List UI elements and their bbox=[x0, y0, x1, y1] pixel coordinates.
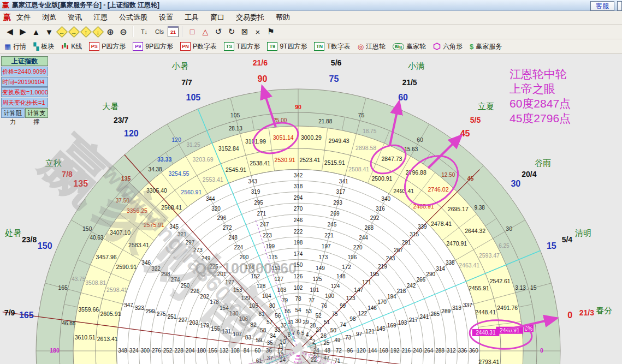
view-button-P四方形[interactable]: PSP四方形 bbox=[89, 42, 126, 51]
price-row: 价格=2440.9099 bbox=[1, 67, 48, 76]
svg-text:2560.91: 2560.91 bbox=[181, 189, 202, 195]
六角形-icon bbox=[433, 43, 441, 50]
triangle-tool-icon[interactable]: △ bbox=[199, 26, 211, 38]
svg-text:120: 120 bbox=[124, 129, 139, 138]
svg-text:336: 336 bbox=[458, 348, 467, 354]
svg-text:2598.41: 2598.41 bbox=[106, 287, 127, 293]
svg-text:220: 220 bbox=[353, 244, 363, 250]
svg-text:174: 174 bbox=[294, 251, 303, 257]
menu-item-3[interactable]: 江恩 bbox=[93, 13, 108, 22]
svg-text:60: 60 bbox=[398, 93, 408, 102]
menu-item-4[interactable]: 公式选股 bbox=[119, 13, 147, 22]
calc-support-button[interactable]: 计算支撑 bbox=[25, 108, 49, 118]
view-button-板块[interactable]: ▚板块 bbox=[33, 42, 54, 51]
view-button-六角形[interactable]: 六角形 bbox=[433, 42, 463, 51]
svg-text:21.88: 21.88 bbox=[318, 118, 332, 124]
svg-text:105: 105 bbox=[186, 93, 201, 102]
cls-button[interactable]: Cls bbox=[152, 26, 167, 38]
svg-text:194: 194 bbox=[387, 294, 396, 300]
svg-text:26: 26 bbox=[321, 333, 327, 339]
pan-left-icon[interactable]: ← bbox=[56, 26, 67, 37]
menu-item-9[interactable]: 帮助 bbox=[276, 13, 290, 22]
view-button-行情[interactable]: ▦行情 bbox=[4, 42, 26, 51]
svg-text:37: 37 bbox=[267, 355, 274, 361]
svg-text:56: 56 bbox=[275, 313, 281, 319]
svg-text:246: 246 bbox=[294, 217, 303, 223]
赢家服务-icon: $ bbox=[470, 43, 473, 51]
calc-resistance-button[interactable]: 计算阻力 bbox=[1, 108, 25, 118]
svg-text:244: 244 bbox=[359, 235, 368, 241]
svg-text:132: 132 bbox=[220, 348, 229, 354]
svg-text:343: 343 bbox=[248, 178, 257, 184]
view-button-K线[interactable]: K线 bbox=[61, 42, 82, 51]
svg-text:36: 36 bbox=[266, 348, 273, 354]
pan-right-icon[interactable]: → bbox=[68, 26, 79, 37]
svg-text:2575.91: 2575.91 bbox=[144, 222, 164, 228]
svg-text:107: 107 bbox=[233, 331, 242, 337]
svg-text:90: 90 bbox=[295, 104, 301, 110]
svg-text:3559.66: 3559.66 bbox=[78, 306, 99, 313]
nav-up-icon[interactable]: ▲ bbox=[30, 26, 42, 38]
menu-item-5[interactable]: 设置 bbox=[159, 13, 173, 22]
svg-text:288: 288 bbox=[435, 348, 445, 354]
view-button-9T四方形[interactable]: T99T四方形 bbox=[267, 42, 307, 51]
svg-text:6: 6 bbox=[297, 330, 300, 336]
P四方形-icon: PS bbox=[89, 42, 99, 51]
svg-text:128: 128 bbox=[257, 283, 266, 289]
svg-text:春分: 春分 bbox=[596, 306, 612, 315]
view-button-9P四方形[interactable]: P99P四方形 bbox=[133, 42, 173, 51]
view-button-赢家服务[interactable]: $赢家服务 bbox=[470, 42, 502, 51]
t-updown-icon[interactable]: T↓ bbox=[137, 26, 151, 38]
svg-text:2898.58: 2898.58 bbox=[356, 145, 376, 151]
svg-text:2455.91: 2455.91 bbox=[469, 285, 489, 291]
svg-text:193: 193 bbox=[398, 320, 407, 326]
svg-text:248: 248 bbox=[228, 235, 238, 241]
svg-text:299: 299 bbox=[146, 308, 155, 314]
menu-item-7[interactable]: 窗口 bbox=[210, 13, 224, 22]
nav-down-icon[interactable]: ▼ bbox=[43, 26, 55, 38]
svg-text:25: 25 bbox=[323, 340, 330, 346]
titlebar-extra-button[interactable] bbox=[617, 1, 622, 11]
pan-up-icon[interactable]: ↑ bbox=[80, 26, 91, 37]
rotate-cw-icon[interactable]: ↻ bbox=[226, 26, 238, 38]
menu-item-0[interactable]: 文件 bbox=[16, 13, 31, 22]
svg-text:48: 48 bbox=[324, 348, 331, 354]
rect-tool-icon[interactable]: □ bbox=[186, 26, 198, 38]
svg-text:5: 5 bbox=[301, 330, 305, 336]
menu-item-2[interactable]: 资讯 bbox=[68, 13, 82, 22]
menu-item-8[interactable]: 交易委托 bbox=[236, 13, 264, 22]
flag-icon[interactable]: ⚑ bbox=[265, 26, 277, 38]
svg-text:2470.91: 2470.91 bbox=[446, 240, 467, 247]
zoom-out-icon[interactable]: ⊖ bbox=[117, 26, 129, 38]
xbox-icon[interactable]: ⊠ bbox=[239, 26, 251, 38]
customer-service-button[interactable]: 客服 bbox=[590, 1, 614, 11]
view-button-江恩轮[interactable]: ◎江恩轮 bbox=[358, 42, 386, 51]
zoom-in-icon[interactable]: ⊕ bbox=[104, 26, 116, 38]
svg-text:340: 340 bbox=[381, 196, 390, 202]
menu-item-6[interactable]: 工具 bbox=[185, 13, 199, 22]
svg-text:274: 274 bbox=[171, 277, 180, 283]
svg-text:172: 172 bbox=[342, 264, 351, 270]
nav-forward-icon[interactable]: ▶ bbox=[17, 26, 29, 38]
svg-text:30: 30 bbox=[295, 318, 301, 324]
view-button-T四方形[interactable]: TST四方形 bbox=[224, 42, 260, 51]
cross-icon[interactable]: × bbox=[252, 26, 264, 38]
svg-text:291: 291 bbox=[402, 240, 411, 246]
view-button-赢家轮[interactable]: Big赢家轮 bbox=[393, 42, 426, 51]
svg-text:168: 168 bbox=[379, 348, 388, 354]
view-button-P数字表[interactable]: PNP数字表 bbox=[180, 42, 217, 51]
svg-text:59: 59 bbox=[256, 337, 263, 343]
calendar-icon[interactable]: 21 bbox=[168, 26, 179, 37]
svg-text:71: 71 bbox=[334, 358, 341, 364]
pan-down-icon[interactable]: ↓ bbox=[92, 26, 103, 37]
svg-text:101: 101 bbox=[310, 287, 319, 293]
svg-text:9.38: 9.38 bbox=[474, 205, 485, 211]
rotate-ccw-icon[interactable]: ↺ bbox=[212, 26, 224, 38]
svg-text:27: 27 bbox=[316, 327, 322, 333]
menu-item-1[interactable]: 浏览 bbox=[42, 13, 56, 22]
svg-text:小满: 小满 bbox=[407, 61, 424, 70]
svg-text:81: 81 bbox=[258, 311, 265, 317]
view-button-T数字表[interactable]: TNT数字表 bbox=[314, 42, 350, 51]
svg-text:165: 165 bbox=[19, 311, 34, 320]
nav-back-icon[interactable]: ◀ bbox=[4, 26, 16, 38]
